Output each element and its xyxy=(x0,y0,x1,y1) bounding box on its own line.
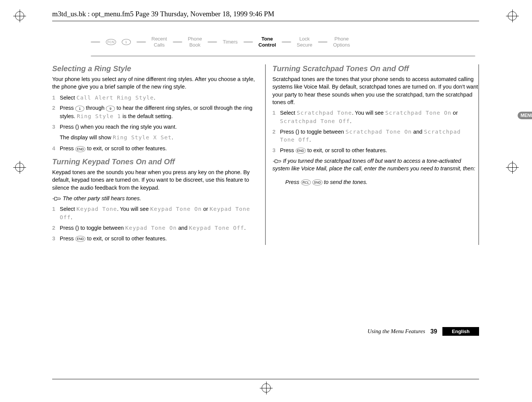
step-number: 1 xyxy=(52,205,60,222)
header-rule xyxy=(52,21,479,21)
rcl-key-icon: RCL xyxy=(301,179,311,185)
nav-dash-icon xyxy=(208,41,217,43)
nav-underline xyxy=(91,55,475,57)
section-title-keypad-tones: Turning Keypad Tones On and Off xyxy=(52,157,258,166)
language-label: English xyxy=(442,327,479,336)
list-item: 1 Select Scratchpad Tone. You will see S… xyxy=(273,109,479,126)
left-column: Selecting a Ring Style Your phone lets y… xyxy=(52,64,266,245)
step-text: Press END to exit, or scroll to other fe… xyxy=(60,235,258,243)
nav-item-tone-control: ToneControl xyxy=(259,36,276,48)
one-key-icon: 1 xyxy=(122,39,131,45)
nav-item-recent-calls: RecentCalls xyxy=(152,36,167,48)
list-item: 1 Select Keypad Tone. You will see Keypa… xyxy=(52,205,258,222)
pointing-hand-icon xyxy=(52,196,61,201)
list-item: 3 Press () when you reach the ring style… xyxy=(52,123,258,131)
step-number: 3 xyxy=(52,235,60,243)
note-keypad: The other party still hears tones. xyxy=(52,195,258,202)
nav-dash-icon xyxy=(173,41,182,43)
nav-item-phone-book: PhoneBook xyxy=(188,36,202,48)
step-number: 2 xyxy=(52,224,60,232)
intro-ring-style: Your phone lets you select any of nine d… xyxy=(52,75,258,91)
step-text: Press () when you reach the ring style y… xyxy=(60,123,258,131)
section-title-scratchpad: Turning Scratchpad Tones On and Off xyxy=(273,64,479,73)
step-text: Press END to exit, or scroll to other fe… xyxy=(60,145,258,153)
list-item: 4 Press END to exit, or scroll to other … xyxy=(52,145,258,153)
note-scratchpad-action: Press RCL SND to send the tones. xyxy=(273,178,479,186)
nav-dash-icon xyxy=(282,41,291,43)
step-number: 2 xyxy=(52,104,60,121)
snd-key-icon: SND xyxy=(312,179,323,185)
step-text: Select Call Alert Ring Style. xyxy=(60,94,258,102)
menu-breadcrumb: FCN 1 RecentCalls PhoneBook Timers ToneC… xyxy=(91,36,479,48)
end-key-icon: END xyxy=(296,148,306,154)
step-number: 1 xyxy=(273,109,280,126)
nav-item-phone-options: PhoneOptions xyxy=(333,36,350,48)
right-column: MENU Turning Scratchpad Tones On and Off… xyxy=(266,64,479,245)
step-number: 4 xyxy=(52,145,60,153)
one-key-icon: 1 xyxy=(75,106,84,112)
end-key-icon: END xyxy=(75,146,85,152)
step-number: 2 xyxy=(273,128,280,145)
registration-mark-icon xyxy=(508,11,517,20)
step-number: 1 xyxy=(52,94,60,102)
intro-scratchpad: Scratchpad tones are the tones that your… xyxy=(273,75,479,106)
menu-tab: MENU xyxy=(518,112,532,119)
footer-rule xyxy=(52,379,479,379)
step-continuation: The display will show Ring Style X Set. xyxy=(52,134,258,142)
steps-keypad-tones: 1 Select Keypad Tone. You will see Keypa… xyxy=(52,205,258,243)
nav-dash-icon xyxy=(318,41,327,43)
registration-mark-icon xyxy=(508,163,517,172)
step-text: Select Scratchpad Tone. You will see Scr… xyxy=(280,109,479,126)
step-text: Press END to exit, or scroll to other fe… xyxy=(280,146,479,155)
step-number: 3 xyxy=(52,123,60,131)
page-number: 39 xyxy=(430,328,437,335)
intro-keypad-tones: Keypad tones are the sounds you hear whe… xyxy=(52,168,258,192)
list-item: 3 Press END to exit, or scroll to other … xyxy=(52,235,258,243)
registration-mark-icon xyxy=(15,163,24,172)
step-text: Select Keypad Tone. You will see Keypad … xyxy=(60,205,258,222)
step-text: Press 1 through 9 to hear the different … xyxy=(60,104,258,121)
footer-section-name: Using the Menu Features xyxy=(368,328,425,335)
registration-mark-icon xyxy=(262,383,271,393)
step-number: 3 xyxy=(273,146,280,155)
running-header: m3td_us.bk : opt_menu.fm5 Page 39 Thursd… xyxy=(52,10,274,18)
list-item: 1 Select Call Alert Ring Style. xyxy=(52,94,258,102)
list-item: 2 Press () to toggle between Keypad Tone… xyxy=(52,224,258,232)
pointing-hand-icon xyxy=(273,159,282,164)
nav-item-lock-secure: LockSecure xyxy=(297,36,312,48)
page-footer: Using the Menu Features 39 English xyxy=(368,327,479,336)
steps-scratchpad: 1 Select Scratchpad Tone. You will see S… xyxy=(273,109,479,155)
nine-key-icon: 9 xyxy=(106,106,115,112)
end-key-icon: END xyxy=(75,236,85,242)
section-title-ring-style: Selecting a Ring Style xyxy=(52,64,258,73)
step-text: Press () to toggle between Scratchpad To… xyxy=(280,128,479,145)
nav-dash-icon xyxy=(91,41,100,43)
nav-item-timers: Timers xyxy=(223,39,237,45)
list-item: 3 Press END to exit, or scroll to other … xyxy=(273,146,479,155)
steps-ring-style-cont: 4 Press END to exit, or scroll to other … xyxy=(52,145,258,153)
steps-ring-style: 1 Select Call Alert Ring Style. 2 Press … xyxy=(52,94,258,131)
list-item: 2 Press 1 through 9 to hear the differen… xyxy=(52,104,258,121)
nav-dash-icon xyxy=(244,41,253,43)
step-text: Press () to toggle between Keypad Tone O… xyxy=(60,224,258,232)
fcn-key-icon: FCN xyxy=(106,39,116,45)
registration-mark-icon xyxy=(15,11,24,20)
note-scratchpad: If you turned the scratchpad tones off b… xyxy=(273,157,479,173)
nav-dash-icon xyxy=(136,41,146,43)
list-item: 2 Press () to toggle between Scratchpad … xyxy=(273,128,479,145)
